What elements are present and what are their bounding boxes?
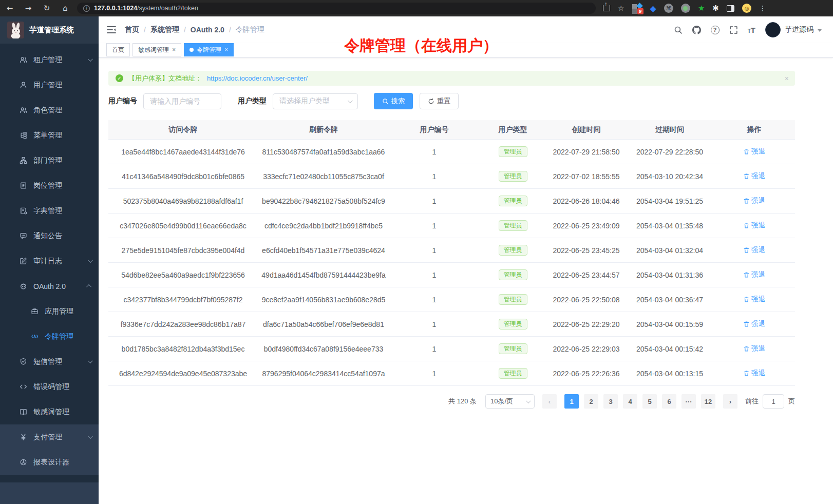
force-logout-button[interactable]: 强退	[743, 270, 765, 279]
force-logout-button[interactable]: 强退	[743, 171, 765, 181]
breadcrumb-separator: /	[144, 26, 146, 34]
user-menu[interactable]: 芋道源码	[765, 22, 822, 37]
alert-close-icon[interactable]: ×	[785, 74, 789, 83]
sidebar-logo[interactable]: 芋道管理系统	[0, 16, 99, 44]
share-icon[interactable]	[603, 5, 610, 11]
side-panel-icon[interactable]	[727, 5, 734, 12]
page-button[interactable]: 12	[701, 394, 715, 409]
sidebar-item[interactable]: OAuth 2.0	[0, 274, 99, 299]
check-circle-icon: ✓	[116, 74, 123, 82]
sidebar-item-label: 审计日志	[33, 257, 82, 266]
page-button[interactable]: 1	[564, 394, 579, 409]
sidebar-item-label: 报表设计器	[33, 458, 91, 467]
search-icon[interactable]	[674, 26, 683, 34]
extension-icon[interactable]: 9	[632, 4, 642, 13]
force-logout-button[interactable]: 强退	[743, 245, 765, 255]
browser-back-icon[interactable]: ←	[5, 4, 14, 13]
sidebar-item-icon	[20, 131, 27, 139]
sidebar-item[interactable]: 应用管理	[0, 299, 99, 324]
view-tab[interactable]: 首页	[106, 43, 130, 56]
site-info-icon[interactable]: i	[83, 5, 90, 12]
prev-page-button[interactable]: ‹	[542, 394, 557, 409]
reset-button[interactable]: 重置	[420, 93, 459, 109]
sidebar-item[interactable]: 角色管理	[0, 98, 99, 123]
tab-close-icon[interactable]: ×	[224, 46, 228, 53]
username: 芋道源码	[785, 25, 813, 34]
breadcrumb-item[interactable]: 首页	[125, 25, 139, 34]
browser-home-icon[interactable]: ⌂	[61, 4, 70, 13]
breadcrumb-item[interactable]: 令牌管理	[236, 25, 264, 34]
created-time-cell: 2022-06-25 23:45:25	[546, 246, 626, 255]
sidebar-item[interactable]: 岗位管理	[0, 173, 99, 198]
force-logout-button[interactable]: 强退	[743, 196, 765, 205]
sidebar-item[interactable]: 通知公告	[0, 223, 99, 248]
address-bar[interactable]: i 127.0.0.1:1024/system/oauth2/token	[77, 3, 596, 14]
search-button[interactable]: 搜索	[374, 93, 413, 109]
force-logout-button[interactable]: 强退	[743, 319, 765, 328]
sidebar-item[interactable]: 审计日志	[0, 248, 99, 274]
page-size-select[interactable]: 10条/页	[485, 394, 535, 409]
goto-page-input[interactable]	[763, 394, 784, 409]
page-button[interactable]: ···	[681, 394, 696, 409]
doc-link[interactable]: https://doc.iocoder.cn/user-center/	[207, 74, 308, 82]
fullscreen-icon[interactable]	[729, 26, 738, 34]
profile-emoji-icon[interactable]: ☺	[742, 4, 751, 13]
force-logout-button[interactable]: 强退	[743, 295, 765, 304]
page-size-value: 10条/页	[490, 397, 513, 406]
sidebar-item[interactable]: 字典管理	[0, 198, 99, 223]
access-token-cell: f9336e7c7dd242a283ee98dc86b17a87	[108, 320, 258, 328]
hamburger-icon[interactable]	[106, 25, 117, 35]
chevron-icon	[88, 56, 93, 62]
page-button[interactable]: 6	[662, 394, 676, 409]
force-logout-button[interactable]: 强退	[743, 369, 765, 378]
view-tab[interactable]: 敏感词管理 ×	[132, 43, 181, 56]
next-page-button[interactable]: ›	[723, 394, 737, 409]
cmd-extension-icon[interactable]: ⌘	[664, 4, 673, 13]
user-type-select[interactable]: 请选择用户类型	[273, 93, 358, 109]
sidebar-item[interactable]: 用户管理	[0, 72, 99, 98]
recorder-extension-icon[interactable]	[681, 4, 690, 13]
sidebar-item-icon	[31, 307, 39, 315]
trash-icon	[743, 272, 750, 278]
trash-icon	[743, 370, 750, 377]
help-icon[interactable]: ?	[711, 26, 720, 34]
view-tab[interactable]: ● 令牌管理 ×	[184, 43, 234, 56]
sidebar-item[interactable]: 支付管理	[0, 424, 99, 450]
user-type-cell: 管理员	[479, 269, 546, 280]
breadcrumb-item[interactable]: OAuth 2.0	[191, 26, 224, 34]
sidebar-item[interactable]: 令牌管理	[0, 324, 99, 349]
sidebar-item[interactable]: 错误码管理	[0, 374, 99, 399]
browser-reload-icon[interactable]: ↻	[42, 4, 51, 13]
sidebar-item[interactable]: 菜单管理	[0, 123, 99, 148]
browser-menu-icon[interactable]: ⋮	[759, 4, 766, 12]
sidebar-item[interactable]: 敏感词管理	[0, 399, 99, 424]
page-button[interactable]: 2	[584, 394, 598, 409]
user-type-label: 用户类型	[238, 96, 267, 106]
sidebar-item-label: 错误码管理	[33, 382, 91, 392]
tab-close-icon[interactable]: ×	[172, 46, 176, 53]
force-logout-button[interactable]: 强退	[743, 147, 765, 156]
chevron-icon	[86, 284, 91, 289]
tab-bar: 首页 敏感词管理 × ● 令牌管理 ×	[99, 43, 833, 58]
green-star-extension-icon[interactable]: ★	[698, 4, 705, 13]
browser-forward-icon[interactable]: →	[24, 4, 33, 13]
font-size-icon[interactable]: TT	[748, 26, 755, 34]
github-icon[interactable]	[692, 26, 701, 34]
force-logout-button[interactable]: 强退	[743, 344, 765, 353]
page-button[interactable]: 5	[642, 394, 657, 409]
bookmark-star-icon[interactable]: ☆	[618, 4, 624, 12]
sidebar-item-label: 令牌管理	[45, 332, 91, 341]
sidebar-item[interactable]: 部门管理	[0, 148, 99, 173]
gem-extension-icon[interactable]: ◆	[650, 4, 656, 13]
sidebar-item[interactable]: 报表设计器	[0, 450, 99, 475]
white-extension-icon[interactable]: ✱	[712, 4, 719, 13]
user-type-badge: 管理员	[499, 171, 527, 182]
force-logout-button[interactable]: 强退	[743, 221, 765, 230]
page-button[interactable]: 4	[623, 394, 637, 409]
page-button[interactable]: 3	[603, 394, 618, 409]
sidebar-item[interactable]: 短信管理	[0, 349, 99, 374]
breadcrumb-item[interactable]: 系统管理	[150, 25, 179, 34]
sidebar-item[interactable]: 租户管理	[0, 47, 99, 72]
user-id-input[interactable]	[143, 93, 221, 109]
sidebar-item-label: 应用管理	[45, 307, 91, 316]
